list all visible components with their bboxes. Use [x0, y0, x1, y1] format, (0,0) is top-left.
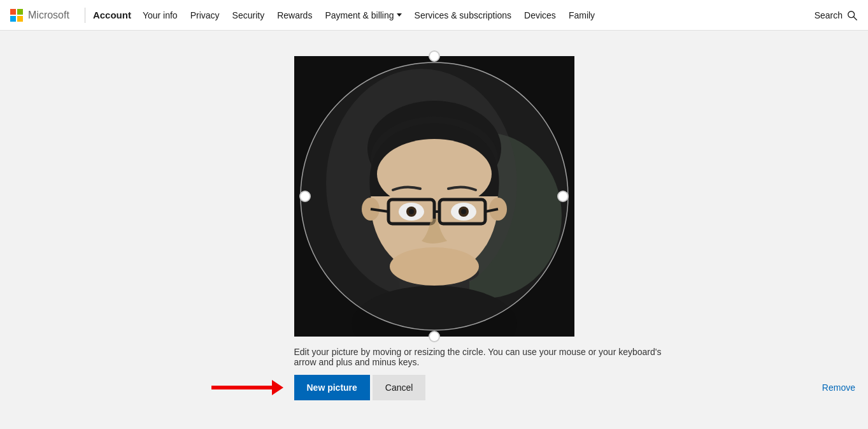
photo-frame[interactable] [294, 56, 574, 337]
person-photo [294, 56, 574, 337]
buttons-row: New picture Cancel Remove [294, 375, 856, 400]
instruction-text: Edit your picture by moving or resizing … [294, 347, 676, 367]
ms-grid-icon [10, 9, 23, 22]
arrow-head [272, 380, 283, 395]
svg-point-26 [390, 247, 479, 286]
nav-family[interactable]: Family [569, 10, 595, 20]
new-picture-button[interactable]: New picture [294, 375, 370, 400]
cancel-button[interactable]: Cancel [373, 375, 426, 400]
svg-point-25 [461, 209, 466, 214]
handle-bottom[interactable] [429, 331, 440, 342]
arrow-line [211, 386, 272, 389]
nav-bar: Your info Privacy Security Rewards Payme… [136, 10, 601, 20]
chevron-down-icon [397, 13, 402, 17]
nav-security[interactable]: Security [232, 10, 265, 20]
handle-top[interactable] [429, 50, 440, 62]
nav-your-info[interactable]: Your info [143, 10, 178, 20]
nav-payment-billing[interactable]: Payment & billing [325, 10, 401, 20]
photo-editor [294, 56, 574, 337]
handle-right[interactable] [557, 191, 569, 202]
nav-account[interactable]: Account [93, 10, 131, 20]
header-divider [85, 8, 85, 23]
microsoft-logo[interactable]: Microsoft [10, 9, 69, 22]
main-content: Edit your picture by moving or resizing … [0, 31, 868, 429]
nav-rewards[interactable]: Rewards [277, 10, 312, 20]
red-arrow [211, 380, 283, 395]
handle-left[interactable] [299, 191, 311, 202]
search-button[interactable]: Search [815, 10, 858, 21]
search-label: Search [815, 10, 843, 20]
search-icon [846, 10, 858, 21]
svg-point-24 [409, 209, 414, 214]
nav-services-subscriptions[interactable]: Services & subscriptions [415, 10, 512, 20]
remove-button[interactable]: Remove [822, 377, 855, 398]
header: Microsoft Account Your info Privacy Secu… [0, 0, 868, 31]
nav-devices[interactable]: Devices [524, 10, 556, 20]
nav-privacy[interactable]: Privacy [190, 10, 220, 20]
svg-line-1 [853, 17, 857, 20]
logo-text: Microsoft [28, 10, 69, 21]
